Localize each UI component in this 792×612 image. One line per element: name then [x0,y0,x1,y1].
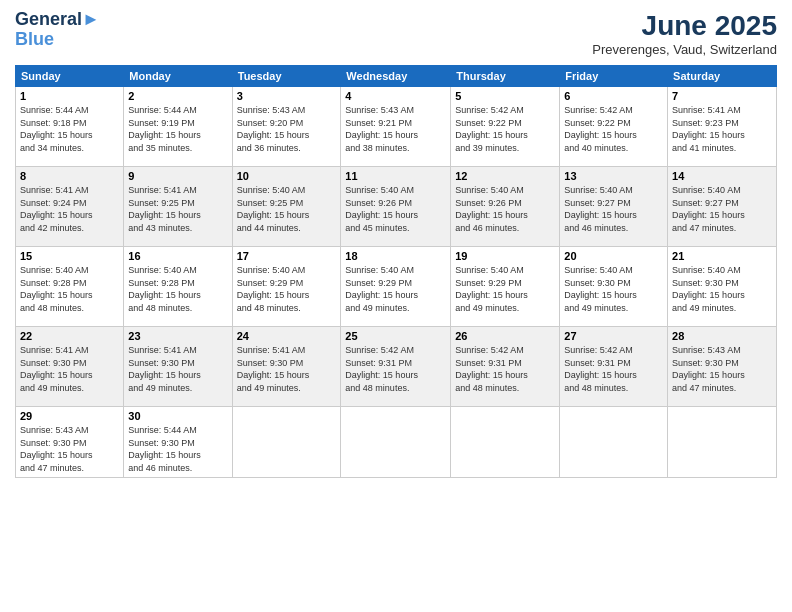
week-row-4: 22 Sunrise: 5:41 AMSunset: 9:30 PMDaylig… [16,327,777,407]
day-cell-27: 27 Sunrise: 5:42 AMSunset: 9:31 PMDaylig… [560,327,668,407]
day-cell-26: 26 Sunrise: 5:42 AMSunset: 9:31 PMDaylig… [451,327,560,407]
title-block: June 2025 Preverenges, Vaud, Switzerland [592,10,777,57]
day-cell-13: 13 Sunrise: 5:40 AMSunset: 9:27 PMDaylig… [560,167,668,247]
location: Preverenges, Vaud, Switzerland [592,42,777,57]
day-cell-18: 18 Sunrise: 5:40 AMSunset: 9:29 PMDaylig… [341,247,451,327]
day-cell-12: 12 Sunrise: 5:40 AMSunset: 9:26 PMDaylig… [451,167,560,247]
calendar: Sunday Monday Tuesday Wednesday Thursday… [15,65,777,478]
empty-cell-3 [451,407,560,478]
logo-blue: Blue [15,30,100,50]
day-cell-17: 17 Sunrise: 5:40 AMSunset: 9:29 PMDaylig… [232,247,341,327]
col-tuesday: Tuesday [232,66,341,87]
empty-cell-4 [560,407,668,478]
empty-cell-5 [668,407,777,478]
day-cell-15: 15 Sunrise: 5:40 AMSunset: 9:28 PMDaylig… [16,247,124,327]
day-cell-19: 19 Sunrise: 5:40 AMSunset: 9:29 PMDaylig… [451,247,560,327]
col-monday: Monday [124,66,232,87]
empty-cell-1 [232,407,341,478]
day-cell-5: 5 Sunrise: 5:42 AMSunset: 9:22 PMDayligh… [451,87,560,167]
day-cell-10: 10 Sunrise: 5:40 AMSunset: 9:25 PMDaylig… [232,167,341,247]
logo-text: General► [15,10,100,30]
week-row-1: 1 Sunrise: 5:44 AMSunset: 9:18 PMDayligh… [16,87,777,167]
logo: General► Blue [15,10,100,50]
day-cell-24: 24 Sunrise: 5:41 AMSunset: 9:30 PMDaylig… [232,327,341,407]
day-cell-29: 29 Sunrise: 5:43 AMSunset: 9:30 PMDaylig… [16,407,124,478]
month-year: June 2025 [592,10,777,42]
day-cell-8: 8 Sunrise: 5:41 AMSunset: 9:24 PMDayligh… [16,167,124,247]
day-cell-21: 21 Sunrise: 5:40 AMSunset: 9:30 PMDaylig… [668,247,777,327]
col-saturday: Saturday [668,66,777,87]
day-cell-23: 23 Sunrise: 5:41 AMSunset: 9:30 PMDaylig… [124,327,232,407]
week-row-2: 8 Sunrise: 5:41 AMSunset: 9:24 PMDayligh… [16,167,777,247]
day-cell-11: 11 Sunrise: 5:40 AMSunset: 9:26 PMDaylig… [341,167,451,247]
day-cell-20: 20 Sunrise: 5:40 AMSunset: 9:30 PMDaylig… [560,247,668,327]
col-thursday: Thursday [451,66,560,87]
week-row-3: 15 Sunrise: 5:40 AMSunset: 9:28 PMDaylig… [16,247,777,327]
col-wednesday: Wednesday [341,66,451,87]
empty-cell-2 [341,407,451,478]
day-cell-14: 14 Sunrise: 5:40 AMSunset: 9:27 PMDaylig… [668,167,777,247]
col-sunday: Sunday [16,66,124,87]
day-cell-9: 9 Sunrise: 5:41 AMSunset: 9:25 PMDayligh… [124,167,232,247]
day-cell-16: 16 Sunrise: 5:40 AMSunset: 9:28 PMDaylig… [124,247,232,327]
day-cell-1: 1 Sunrise: 5:44 AMSunset: 9:18 PMDayligh… [16,87,124,167]
day-cell-28: 28 Sunrise: 5:43 AMSunset: 9:30 PMDaylig… [668,327,777,407]
header: General► Blue June 2025 Preverenges, Vau… [15,10,777,57]
col-friday: Friday [560,66,668,87]
page: General► Blue June 2025 Preverenges, Vau… [0,0,792,612]
week-row-5: 29 Sunrise: 5:43 AMSunset: 9:30 PMDaylig… [16,407,777,478]
day-cell-30: 30 Sunrise: 5:44 AMSunset: 9:30 PMDaylig… [124,407,232,478]
day-cell-22: 22 Sunrise: 5:41 AMSunset: 9:30 PMDaylig… [16,327,124,407]
day-cell-6: 6 Sunrise: 5:42 AMSunset: 9:22 PMDayligh… [560,87,668,167]
day-cell-7: 7 Sunrise: 5:41 AMSunset: 9:23 PMDayligh… [668,87,777,167]
day-cell-3: 3 Sunrise: 5:43 AMSunset: 9:20 PMDayligh… [232,87,341,167]
day-cell-4: 4 Sunrise: 5:43 AMSunset: 9:21 PMDayligh… [341,87,451,167]
day-cell-25: 25 Sunrise: 5:42 AMSunset: 9:31 PMDaylig… [341,327,451,407]
day-cell-2: 2 Sunrise: 5:44 AMSunset: 9:19 PMDayligh… [124,87,232,167]
